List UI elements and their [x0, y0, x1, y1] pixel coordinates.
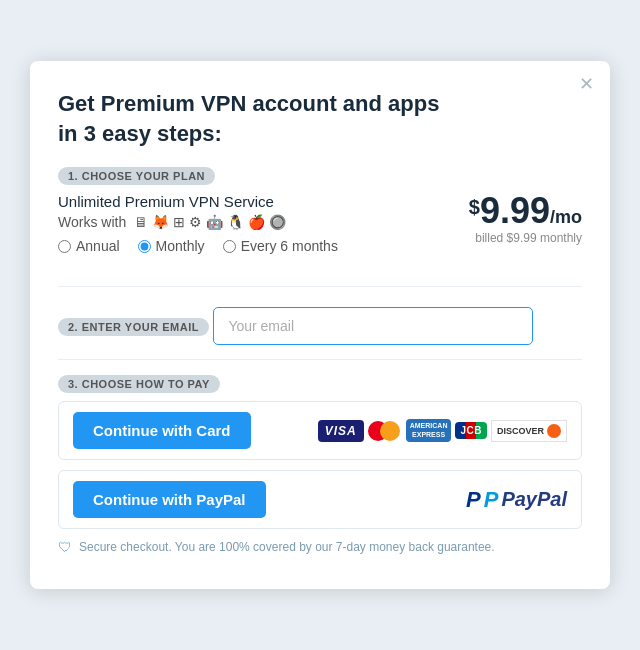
platform-icon-macos: 🖥 — [134, 214, 148, 230]
price-billed: billed $9.99 monthly — [469, 231, 582, 245]
price-display: $9.99/mo — [469, 193, 582, 229]
secure-row: 🛡 Secure checkout. You are 100% covered … — [58, 539, 582, 555]
radio-monthly[interactable] — [138, 240, 151, 253]
step3-section: 3. CHOOSE HOW TO PAY Continue with Card … — [58, 374, 582, 555]
continue-with-card-button[interactable]: Continue with Card — [73, 412, 251, 449]
secure-text: Secure checkout. You are 100% covered by… — [79, 540, 495, 554]
amex-icon: AMERICANEXPRESS — [406, 419, 452, 442]
continue-with-paypal-button[interactable]: Continue with PayPal — [73, 481, 266, 518]
platform-icon-firefox: 🦊 — [152, 214, 169, 230]
price-per: /mo — [550, 207, 582, 227]
billing-annual-label: Annual — [76, 238, 120, 254]
paypal-icon-text: PayPal — [501, 488, 567, 511]
paypal-payment-option: Continue with PayPal P P PayPal — [58, 470, 582, 529]
paypal-icon-p2: P — [484, 487, 499, 513]
radio-every6[interactable] — [223, 240, 236, 253]
currency-symbol: $ — [469, 196, 480, 218]
modal-container: ✕ Get Premium VPN account and appsin 3 e… — [30, 61, 610, 589]
platform-icon-other: 🔘 — [269, 214, 286, 230]
card-payment-option: Continue with Card VISA AMERICANEXPRESS … — [58, 401, 582, 460]
step1-section: 1. CHOOSE YOUR PLAN Unlimited Premium VP… — [58, 166, 582, 272]
mastercard-icon — [368, 420, 402, 442]
platform-icon-chrome: ⚙ — [189, 214, 202, 230]
email-input[interactable] — [213, 307, 533, 345]
paypal-icon-p1: P — [466, 487, 481, 513]
discover-icon: DISCOVER — [491, 420, 567, 442]
visa-icon: VISA — [318, 420, 364, 442]
divider-2 — [58, 359, 582, 360]
jcb-icon: JCB — [455, 422, 487, 439]
page-title: Get Premium VPN account and appsin 3 eas… — [58, 89, 582, 148]
platform-icon-android: 🤖 — [206, 214, 223, 230]
step3-label: 3. CHOOSE HOW TO PAY — [58, 375, 220, 393]
close-button[interactable]: ✕ — [579, 75, 594, 93]
billing-option-every6[interactable]: Every 6 months — [223, 238, 338, 254]
billing-option-annual[interactable]: Annual — [58, 238, 120, 254]
step2-label: 2. ENTER YOUR EMAIL — [58, 318, 209, 336]
price-value: 9.99 — [480, 190, 550, 231]
billing-monthly-label: Monthly — [156, 238, 205, 254]
plan-left: Unlimited Premium VPN Service Works with… — [58, 193, 469, 272]
card-icons: VISA AMERICANEXPRESS JCB DISCOVER — [318, 419, 567, 442]
paypal-logo: P P PayPal — [466, 487, 567, 513]
billing-every6-label: Every 6 months — [241, 238, 338, 254]
plan-row: Unlimited Premium VPN Service Works with… — [58, 193, 582, 272]
billing-options: Annual Monthly Every 6 months — [58, 238, 469, 254]
works-with-row: Works with 🖥 🦊 ⊞ ⚙ 🤖 🐧 🍎 🔘 — [58, 214, 469, 230]
price-block: $9.99/mo billed $9.99 monthly — [469, 193, 582, 245]
works-with-label: Works with — [58, 214, 126, 230]
platform-icons: 🖥 🦊 ⊞ ⚙ 🤖 🐧 🍎 🔘 — [134, 214, 286, 230]
step2-section: 2. ENTER YOUR EMAIL — [58, 301, 582, 345]
platform-icon-linux: 🐧 — [227, 214, 244, 230]
platform-icon-ios: 🍎 — [248, 214, 265, 230]
divider-1 — [58, 286, 582, 287]
plan-name: Unlimited Premium VPN Service — [58, 193, 469, 210]
platform-icon-windows: ⊞ — [173, 214, 185, 230]
step1-label: 1. CHOOSE YOUR PLAN — [58, 167, 215, 185]
shield-icon: 🛡 — [58, 539, 72, 555]
radio-annual[interactable] — [58, 240, 71, 253]
billing-option-monthly[interactable]: Monthly — [138, 238, 205, 254]
